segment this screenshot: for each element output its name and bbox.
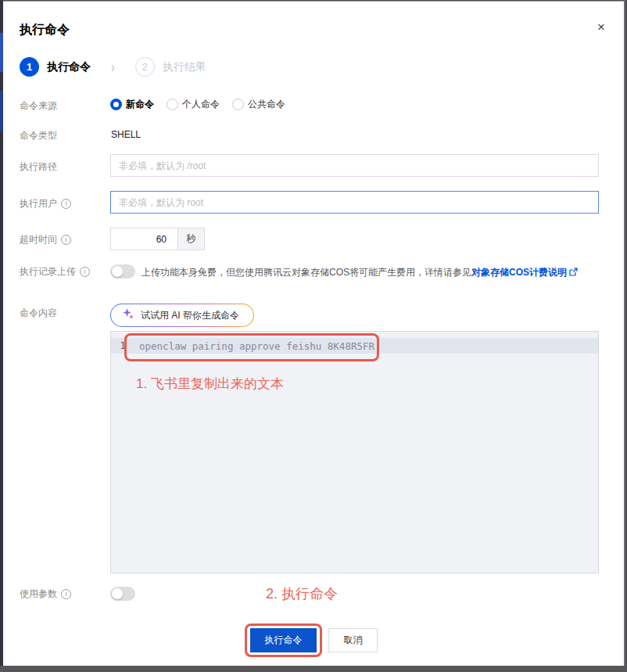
editor-line-1: 1 openclaw pairing approve feishu 8K48R5… <box>111 338 598 354</box>
close-icon[interactable]: × <box>597 20 605 34</box>
radio-icon <box>232 99 244 110</box>
step-2-label: 执行结果 <box>163 60 206 74</box>
line-number: 1 <box>111 340 134 351</box>
info-icon[interactable]: i <box>80 267 90 277</box>
step-1-label: 执行命令 <box>47 60 91 74</box>
command-type-label: 命令类型 <box>20 129 57 142</box>
step-1-circle: 1 <box>20 57 39 77</box>
command-editor[interactable]: 1 openclaw pairing approve feishu 8K48R5… <box>110 331 599 573</box>
chevron-right-icon: › <box>111 59 115 75</box>
cancel-button[interactable]: 取消 <box>328 628 378 652</box>
ai-generate-button-label: 试试用 AI 帮你生成命令 <box>141 309 239 322</box>
exec-user-label: 执行用户 i <box>20 197 71 210</box>
info-icon[interactable]: i <box>61 589 71 599</box>
command-code-text: openclaw pairing approve feishu 8K48R5FR <box>134 340 374 352</box>
exec-path-label: 执行路径 <box>20 160 57 174</box>
command-content-label: 命令内容 <box>20 307 57 320</box>
use-params-toggle[interactable] <box>110 587 135 601</box>
info-icon[interactable]: i <box>61 235 71 245</box>
record-upload-desc: 上传功能本身免费，但您使用腾讯云对象存储COS将可能产生费用，详情请参见对象存储… <box>142 266 578 279</box>
timeout-field: 秒 <box>110 228 205 250</box>
use-params-label-text: 使用参数 <box>20 588 57 601</box>
radio-public-command[interactable]: 公共命令 <box>232 98 285 111</box>
exec-user-label-text: 执行用户 <box>20 197 57 210</box>
radio-label: 公共命令 <box>248 98 285 111</box>
stepper: 1 执行命令 › 2 执行结果 <box>20 57 206 77</box>
external-link-icon[interactable] <box>569 268 578 279</box>
ai-sparkle-icon <box>122 307 134 323</box>
timeout-input[interactable] <box>111 228 177 250</box>
exec-user-input[interactable] <box>110 191 599 214</box>
timeout-label: 超时时间 i <box>20 233 71 246</box>
toggle-knob <box>112 588 123 599</box>
radio-label: 个人命令 <box>182 98 220 111</box>
annotation-note-1: 1. 飞书里复制出来的文本 <box>136 375 284 393</box>
radio-icon <box>167 99 178 110</box>
execute-command-dialog: 执行命令 × 1 执行命令 › 2 执行结果 命令来源 新命令 个人命令 公共命… <box>3 1 625 666</box>
execute-command-button[interactable]: 执行命令 <box>250 628 317 652</box>
record-upload-desc-text: 上传功能本身免费，但您使用腾讯云对象存储COS将可能产生费用，详情请参见 <box>142 267 471 278</box>
use-params-label: 使用参数 i <box>20 588 71 601</box>
record-upload-label: 执行记录上传 i <box>20 265 90 279</box>
dialog-title: 执行命令 <box>20 22 70 38</box>
command-type-value: SHELL <box>111 129 141 140</box>
info-icon[interactable]: i <box>61 199 71 209</box>
radio-icon <box>110 99 122 110</box>
toggle-knob <box>112 266 123 277</box>
exec-path-input[interactable] <box>110 154 599 177</box>
timeout-label-text: 超时时间 <box>20 233 57 246</box>
record-upload-toggle[interactable] <box>110 264 135 279</box>
timeout-unit: 秒 <box>177 228 204 250</box>
radio-new-command[interactable]: 新命令 <box>110 98 154 111</box>
radio-label: 新命令 <box>126 98 154 111</box>
command-source-label: 命令来源 <box>20 99 57 113</box>
annotation-note-2: 2. 执行命令 <box>266 584 338 603</box>
ai-generate-button[interactable]: 试试用 AI 帮你生成命令 <box>110 304 254 327</box>
record-upload-label-text: 执行记录上传 <box>20 265 76 279</box>
background-page-bottom-edge <box>0 666 627 672</box>
cos-billing-link[interactable]: 对象存储COS计费说明 <box>471 267 567 278</box>
step-2-circle: 2 <box>135 57 155 77</box>
radio-personal-command[interactable]: 个人命令 <box>167 98 220 111</box>
command-source-radio-group: 新命令 个人命令 公共命令 <box>110 98 285 111</box>
